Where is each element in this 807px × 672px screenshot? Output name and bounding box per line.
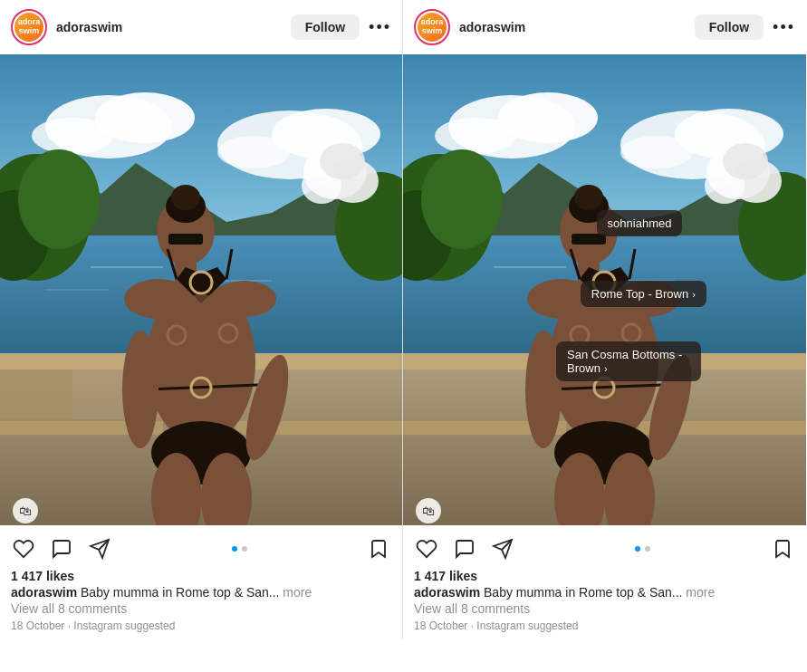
svg-point-23 bbox=[18, 149, 100, 249]
comment-icon-right bbox=[454, 538, 476, 560]
header-info-left: adoraswim bbox=[56, 19, 291, 35]
comment-button-left[interactable] bbox=[49, 536, 74, 562]
caption-body-left: Baby mumma in Rome top & San... bbox=[81, 585, 279, 600]
comment-button-right[interactable] bbox=[452, 536, 477, 562]
more-button-left[interactable]: ••• bbox=[369, 18, 391, 37]
bookmark-icon-right bbox=[772, 538, 793, 560]
share-button-left[interactable] bbox=[87, 536, 112, 562]
caption-user-right[interactable]: adoraswim bbox=[414, 585, 480, 600]
svg-rect-34 bbox=[168, 234, 203, 245]
caption-right: adoraswim Baby mumma in Rome top & San..… bbox=[414, 585, 795, 600]
comments-link-right[interactable]: View all 8 comments bbox=[414, 601, 795, 616]
dot-1-left bbox=[232, 546, 237, 552]
header-actions-right: Follow ••• bbox=[695, 14, 795, 40]
svg-point-49 bbox=[122, 331, 159, 448]
action-row-left bbox=[11, 533, 391, 565]
like-button-right[interactable] bbox=[414, 536, 439, 562]
svg-point-3 bbox=[32, 118, 113, 154]
header-actions-left: Follow ••• bbox=[291, 14, 391, 40]
svg-point-83 bbox=[574, 185, 603, 210]
more-button-right[interactable]: ••• bbox=[773, 18, 795, 37]
dot-2-left bbox=[242, 546, 247, 552]
chevron-icon-top: › bbox=[692, 289, 696, 300]
caption-body-right: Baby mumma in Rome top & San... bbox=[484, 585, 682, 600]
svg-text:🛍: 🛍 bbox=[19, 504, 32, 518]
action-icons-left bbox=[11, 536, 112, 562]
dot-1-right bbox=[635, 546, 640, 552]
post-footer-left: 1 417 likes adoraswim Baby mumma in Rome… bbox=[0, 525, 402, 639]
avatar-right[interactable]: adoraswim bbox=[414, 9, 450, 45]
posts-container: adoraswim adoraswim Follow ••• bbox=[0, 0, 807, 639]
like-button-left[interactable] bbox=[11, 536, 36, 562]
more-link-left[interactable]: more bbox=[283, 585, 312, 600]
header-info-right: adoraswim bbox=[459, 19, 695, 35]
chevron-icon-bottom: › bbox=[604, 363, 608, 374]
post-footer-right: 1 417 likes adoraswim Baby mumma in Rome… bbox=[403, 525, 806, 639]
dots-indicator-right bbox=[635, 546, 650, 552]
svg-point-74 bbox=[421, 149, 503, 249]
post-right: adoraswim adoraswim Follow ••• bbox=[403, 0, 806, 639]
likes-right: 1 417 likes bbox=[414, 569, 795, 583]
username-right[interactable]: adoraswim bbox=[459, 20, 525, 34]
username-left[interactable]: adoraswim bbox=[56, 20, 122, 34]
heart-icon-left bbox=[13, 538, 34, 560]
avatar-logo-right: adoraswim bbox=[418, 13, 447, 42]
tag-bottom-right[interactable]: San Cosma Bottoms - Brown› bbox=[556, 341, 701, 381]
timestamp-left: 18 October · Instagram suggested bbox=[11, 619, 391, 632]
post-header-left: adoraswim adoraswim Follow ••• bbox=[0, 0, 402, 54]
comment-icon-left bbox=[51, 538, 72, 560]
svg-point-61 bbox=[620, 136, 693, 168]
bookmark-button-right[interactable] bbox=[770, 536, 795, 562]
dot-2-right bbox=[645, 546, 650, 552]
heart-icon-right bbox=[416, 538, 437, 560]
svg-point-28 bbox=[320, 143, 365, 179]
svg-point-43 bbox=[154, 294, 248, 430]
caption-left: adoraswim Baby mumma in Rome top & San..… bbox=[11, 585, 391, 600]
share-icon-left bbox=[89, 538, 110, 560]
share-button-right[interactable] bbox=[490, 536, 515, 562]
tag-user-right[interactable]: sohniahmed bbox=[597, 210, 683, 236]
svg-point-32 bbox=[171, 185, 200, 210]
action-row-right bbox=[414, 533, 795, 565]
comments-link-left[interactable]: View all 8 comments bbox=[11, 601, 391, 616]
more-link-right[interactable]: more bbox=[686, 585, 715, 600]
post-image-left: 🛍 bbox=[0, 54, 402, 525]
bookmark-button-left[interactable] bbox=[366, 536, 391, 562]
svg-point-6 bbox=[217, 136, 290, 168]
bookmark-icon-left bbox=[368, 538, 389, 560]
post-left: adoraswim adoraswim Follow ••• bbox=[0, 0, 403, 639]
tag-top-label: Rome Top - Brown bbox=[591, 287, 688, 301]
svg-text:🛍: 🛍 bbox=[422, 504, 435, 518]
caption-user-left[interactable]: adoraswim bbox=[11, 585, 77, 600]
post-header-right: adoraswim adoraswim Follow ••• bbox=[403, 0, 806, 54]
tag-user-label: sohniahmed bbox=[608, 216, 672, 230]
follow-button-left[interactable]: Follow bbox=[291, 14, 360, 40]
svg-rect-18 bbox=[0, 370, 72, 419]
avatar-logo-left: adoraswim bbox=[14, 13, 43, 42]
timestamp-right: 18 October · Instagram suggested bbox=[414, 619, 795, 632]
post-image-right: 🛍 sohniahmed Rome Top - Brown› San Cosma… bbox=[403, 54, 806, 525]
follow-button-right[interactable]: Follow bbox=[695, 14, 764, 40]
dots-indicator-left bbox=[232, 546, 247, 552]
tag-top-right[interactable]: Rome Top - Brown› bbox=[581, 281, 706, 307]
svg-point-58 bbox=[435, 118, 516, 154]
likes-left: 1 417 likes bbox=[11, 569, 391, 583]
svg-point-79 bbox=[723, 143, 768, 179]
action-icons-right bbox=[414, 536, 515, 562]
tag-bottom-label: San Cosma Bottoms - Brown bbox=[567, 348, 682, 375]
post-image-svg-left: 🛍 bbox=[0, 54, 402, 525]
avatar-left[interactable]: adoraswim bbox=[11, 9, 47, 45]
share-icon-right bbox=[492, 538, 514, 560]
